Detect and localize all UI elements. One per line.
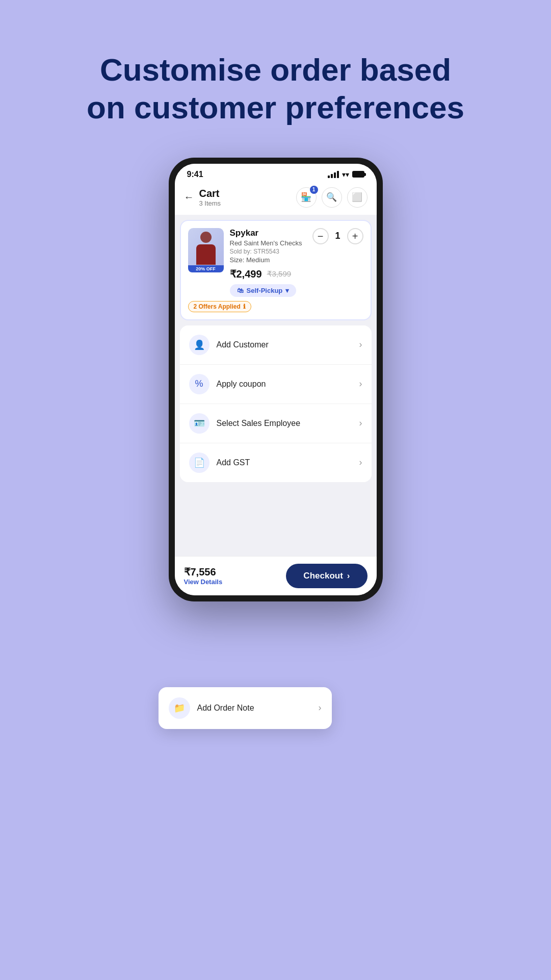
- battery-icon: [352, 171, 364, 178]
- total-section: ₹7,556 View Details: [184, 566, 278, 586]
- phone-wrapper: 9:41 ▾▾ ← Cart 3 Items 🏪 1: [159, 158, 393, 821]
- quantity-increase-button[interactable]: +: [347, 228, 363, 244]
- add-order-note-item[interactable]: 📁 Add Order Note ›: [159, 687, 332, 729]
- add-customer-label: Add Customer: [217, 340, 352, 349]
- cart-title-wrap: Cart 3 Items: [199, 188, 291, 207]
- add-order-note-label: Add Order Note: [197, 703, 311, 713]
- bag-icon: 🛍: [237, 287, 244, 294]
- add-customer-icon: 👤: [189, 335, 209, 355]
- store-icon: 🏪: [301, 192, 311, 203]
- person-silhouette: [193, 232, 219, 267]
- person-head: [200, 232, 212, 243]
- top-nav: ← Cart 3 Items 🏪 1 🔍 ⬜: [175, 182, 377, 215]
- cart-badge: 1: [310, 186, 318, 194]
- search-button[interactable]: 🔍: [322, 187, 342, 208]
- checkout-label: Checkout: [303, 571, 343, 581]
- status-icons: ▾▾: [328, 170, 364, 179]
- select-sales-employee-arrow-icon: ›: [359, 418, 362, 429]
- phone-screen: 9:41 ▾▾ ← Cart 3 Items 🏪 1: [175, 164, 377, 595]
- barcode-button[interactable]: ⬜: [347, 187, 368, 208]
- action-list: 👤 Add Customer › % Apply coupon › 🪪 Sele…: [180, 325, 372, 482]
- apply-coupon-icon: %: [189, 374, 209, 394]
- apply-coupon-label: Apply coupon: [217, 380, 352, 389]
- quantity-value: 1: [334, 231, 342, 241]
- floating-order-note-card: 📁 Add Order Note ›: [159, 687, 332, 729]
- add-gst-item[interactable]: 📄 Add GST ›: [180, 443, 372, 482]
- cart-title: Cart: [199, 188, 291, 199]
- discount-badge: 20% OFF: [188, 265, 224, 272]
- info-icon: ℹ: [243, 303, 246, 310]
- price-row: ₹2,499 ₹3,599: [230, 268, 363, 280]
- bottom-bar: ₹7,556 View Details Checkout ›: [175, 556, 377, 595]
- select-sales-employee-icon: 🪪: [189, 413, 209, 434]
- hero-title: Customise order based on customer prefer…: [46, 51, 505, 127]
- price-current: ₹2,499: [230, 268, 262, 280]
- product-size: Size: Medium: [230, 256, 363, 264]
- add-gst-icon: 📄: [189, 453, 209, 473]
- offers-applied: 2 Offers Applied ℹ: [188, 301, 251, 312]
- person-body: [196, 244, 216, 265]
- phone-frame: 9:41 ▾▾ ← Cart 3 Items 🏪 1: [169, 158, 383, 601]
- add-order-note-arrow-icon: ›: [319, 702, 322, 713]
- checkout-arrow-icon: ›: [347, 571, 350, 581]
- select-sales-employee-item[interactable]: 🪪 Select Sales Employee ›: [180, 404, 372, 443]
- checkout-button[interactable]: Checkout ›: [286, 564, 367, 588]
- add-gst-arrow-icon: ›: [359, 457, 362, 468]
- chevron-down-icon: ▾: [285, 287, 289, 294]
- price-original: ₹3,599: [267, 269, 292, 279]
- add-customer-arrow-icon: ›: [359, 339, 362, 350]
- add-order-note-icon: 📁: [169, 697, 190, 719]
- cart-icon-button[interactable]: 🏪 1: [296, 187, 317, 208]
- screen-content: − 1 + 20% O: [175, 215, 377, 556]
- product-sold-by: Sold by: STR5543: [230, 248, 363, 255]
- apply-coupon-arrow-icon: ›: [359, 379, 362, 389]
- add-gst-label: Add GST: [217, 458, 352, 467]
- product-card: − 1 + 20% O: [180, 220, 372, 320]
- view-details-link[interactable]: View Details: [184, 578, 278, 586]
- quantity-decrease-button[interactable]: −: [312, 228, 329, 244]
- select-sales-employee-label: Select Sales Employee: [217, 419, 352, 428]
- pickup-selector[interactable]: 🛍 Self-Pickup ▾: [230, 284, 297, 297]
- apply-coupon-item[interactable]: % Apply coupon ›: [180, 365, 372, 404]
- status-time: 9:41: [187, 170, 203, 179]
- add-customer-item[interactable]: 👤 Add Customer ›: [180, 325, 372, 365]
- wifi-icon: ▾▾: [342, 170, 349, 179]
- total-amount: ₹7,556: [184, 566, 278, 578]
- signal-icon: [328, 171, 339, 178]
- barcode-icon: ⬜: [352, 192, 362, 203]
- product-image-wrap: 20% OFF: [188, 228, 224, 271]
- back-button[interactable]: ←: [184, 191, 194, 203]
- search-icon: 🔍: [326, 192, 337, 203]
- cart-items-count: 3 Items: [199, 199, 291, 207]
- pickup-label: Self-Pickup: [247, 287, 283, 294]
- offers-text: 2 Offers Applied: [194, 303, 241, 310]
- quantity-control: − 1 +: [312, 228, 363, 244]
- status-bar: 9:41 ▾▾: [175, 164, 377, 182]
